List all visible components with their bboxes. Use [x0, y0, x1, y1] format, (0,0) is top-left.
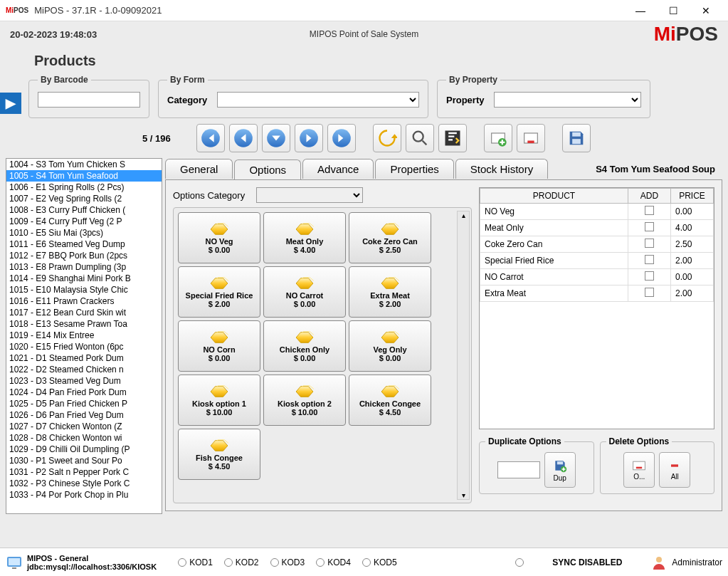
table-row[interactable]: Meat Only4.00 [480, 220, 714, 236]
option-tile[interactable]: Coke Zero Can$ 2.50 [349, 212, 431, 263]
tab-advance[interactable]: Advance [302, 159, 374, 179]
product-list-item[interactable]: 1008 - E3 Curry Puff Chicken ( [6, 204, 162, 216]
product-list[interactable]: 1004 - S3 Tom Yum Chicken S1005 - S4 Tom… [6, 158, 162, 514]
product-list-item[interactable]: 1031 - P2 Salt n Pepper Pork C [6, 466, 162, 478]
close-button[interactable]: ✕ [690, 0, 722, 21]
maximize-button[interactable]: ☐ [657, 0, 690, 21]
remove-button[interactable] [517, 124, 545, 152]
options-category-select[interactable] [256, 187, 363, 203]
product-list-item[interactable]: 1009 - E4 Curry Puff Veg (2 P [6, 216, 162, 227]
next-button[interactable] [295, 124, 323, 152]
product-list-item[interactable]: 1012 - E7 BBQ Pork Bun (2pcs [6, 250, 162, 261]
first-button[interactable] [196, 124, 225, 152]
product-list-item[interactable]: 1004 - S3 Tom Yum Chicken S [6, 159, 162, 170]
option-tile[interactable]: Extra Meat$ 2.00 [349, 266, 431, 318]
option-tile[interactable]: NO Veg$ 0.00 [178, 212, 260, 263]
product-list-item[interactable]: 1015 - E10 Malaysia Style Chic [6, 284, 162, 295]
sort-button[interactable] [438, 124, 467, 152]
down-button[interactable] [262, 124, 290, 152]
record-counter: 5 / 196 [142, 133, 171, 144]
kod-radio[interactable]: KOD5 [362, 557, 397, 567]
form-legend: By Form [167, 75, 208, 85]
status-conn: jdbc:mysql://localhost:3306/KIOSK [27, 562, 157, 571]
dup-button[interactable]: Dup [544, 452, 576, 488]
table-row[interactable]: Coke Zero Can2.50 [480, 236, 714, 253]
product-list-item[interactable]: 1011 - E6 Steamed Veg Dump [6, 239, 162, 250]
product-list-item[interactable]: 1027 - D7 Chicken Wonton (Z [6, 421, 162, 432]
sync-radio[interactable] [515, 558, 524, 567]
option-tile[interactable]: Kiosk option 1$ 10.00 [178, 375, 260, 426]
product-list-item[interactable]: 1014 - E9 Shanghai Mini Pork B [6, 273, 162, 284]
option-tile[interactable]: Fish Congee$ 4.50 [178, 429, 260, 480]
product-list-item[interactable]: 1024 - D4 Pan Fried Pork Dum [6, 387, 162, 398]
product-list-item[interactable]: 1006 - E1 Spring Rolls (2 Pcs) [6, 182, 162, 193]
user-icon [650, 554, 668, 571]
sidebar-toggle-button[interactable]: ▶ [0, 93, 21, 114]
add-checkbox[interactable] [645, 288, 654, 297]
property-select[interactable] [494, 92, 641, 108]
add-checkbox[interactable] [645, 222, 654, 231]
add-checkbox[interactable] [645, 239, 654, 248]
add-checkbox[interactable] [645, 206, 654, 215]
search-button[interactable] [406, 124, 434, 152]
delete-all-button[interactable]: All [659, 452, 690, 488]
datetime-label: 20-02-2023 19:48:03 [10, 29, 97, 40]
minimize-button[interactable]: — [624, 0, 657, 21]
refresh-button[interactable] [373, 124, 401, 152]
product-list-item[interactable]: 1005 - S4 Tom Yum Seafood [6, 170, 162, 182]
last-button[interactable] [327, 124, 356, 152]
product-list-item[interactable]: 1029 - D9 Chilli Oil Dumpling (P [6, 444, 162, 455]
product-list-item[interactable]: 1026 - D6 Pan Fried Veg Dum [6, 409, 162, 421]
scroll-down-icon[interactable]: ▾ [462, 491, 465, 499]
option-tile[interactable]: Chicken Congee$ 4.50 [349, 375, 431, 426]
table-row[interactable]: NO Veg0.00 [480, 204, 714, 220]
option-tile[interactable]: Kiosk option 2$ 10.00 [263, 375, 346, 426]
delete-one-button[interactable]: O... [623, 452, 655, 488]
product-list-item[interactable]: 1022 - D2 Steamed Chicken n [6, 364, 162, 375]
product-list-item[interactable]: 1013 - E8 Prawn Dumpling (3p [6, 261, 162, 273]
product-list-item[interactable]: 1032 - P3 Chinese Style Pork C [6, 478, 162, 489]
options-scrollbar[interactable]: ▴ ▾ [457, 211, 470, 500]
option-tile[interactable]: Veg Only$ 0.00 [349, 320, 431, 372]
kod-radio[interactable]: KOD3 [270, 557, 305, 567]
product-list-item[interactable]: 1030 - P1 Sweet and Sour Po [6, 455, 162, 466]
kod-radio[interactable]: KOD4 [316, 557, 351, 567]
save-button[interactable] [562, 124, 591, 152]
product-list-item[interactable]: 1017 - E12 Bean Curd Skin wit [6, 307, 162, 318]
dup-input[interactable] [497, 461, 540, 478]
table-row[interactable]: NO Carrot0.00 [480, 269, 714, 286]
add-checkbox[interactable] [645, 255, 654, 264]
option-tile[interactable]: NO Corn$ 0.00 [178, 320, 260, 372]
product-list-item[interactable]: 1007 - E2 Veg Spring Rolls (2 [6, 193, 162, 204]
option-tile[interactable]: Chicken Only$ 0.00 [263, 320, 346, 372]
option-tile[interactable]: NO Carrot$ 0.00 [263, 266, 346, 318]
product-list-item[interactable]: 1016 - E11 Prawn Crackers [6, 295, 162, 307]
option-tile[interactable]: Special Fried Rice$ 2.00 [178, 266, 260, 318]
product-list-item[interactable]: 1033 - P4 Por Pork Chop in Plu [6, 489, 162, 501]
product-list-item[interactable]: 1025 - D5 Pan Fried Chicken P [6, 398, 162, 409]
tab-stock-history[interactable]: Stock History [455, 159, 548, 179]
add-checkbox[interactable] [645, 271, 654, 281]
barcode-input[interactable] [38, 92, 140, 108]
product-list-item[interactable]: 1028 - D8 Chicken Wonton wi [6, 432, 162, 444]
product-list-item[interactable]: 1018 - E13 Sesame Prawn Toa [6, 318, 162, 330]
kod-radio[interactable]: KOD2 [224, 557, 259, 567]
table-row[interactable]: Extra Meat2.00 [480, 286, 714, 302]
product-list-item[interactable]: 1021 - D1 Steamed Pork Dum [6, 352, 162, 364]
status-app: MIPOS - General [27, 554, 157, 562]
product-list-item[interactable]: 1010 - E5 Siu Mai (3pcs) [6, 227, 162, 239]
tab-properties[interactable]: Properties [375, 159, 453, 179]
category-select[interactable] [217, 92, 419, 108]
product-list-item[interactable]: 1023 - D3 Steamed Veg Dum [6, 375, 162, 387]
table-row[interactable]: Special Fried Rice2.00 [480, 253, 714, 269]
tab-general[interactable]: General [165, 159, 233, 179]
tab-options[interactable]: Options [234, 159, 301, 179]
option-tile[interactable]: Meat Only$ 4.00 [263, 212, 346, 263]
add-button[interactable] [484, 124, 512, 152]
kod-radio[interactable]: KOD1 [178, 557, 213, 567]
scroll-up-icon[interactable]: ▴ [462, 211, 465, 219]
property-filter: By Property Property [437, 75, 650, 118]
product-list-item[interactable]: 1019 - E14 Mix Entree [6, 330, 162, 341]
product-list-item[interactable]: 1020 - E15 Fried Wonton (6pc [6, 341, 162, 352]
prev-button[interactable] [229, 124, 258, 152]
